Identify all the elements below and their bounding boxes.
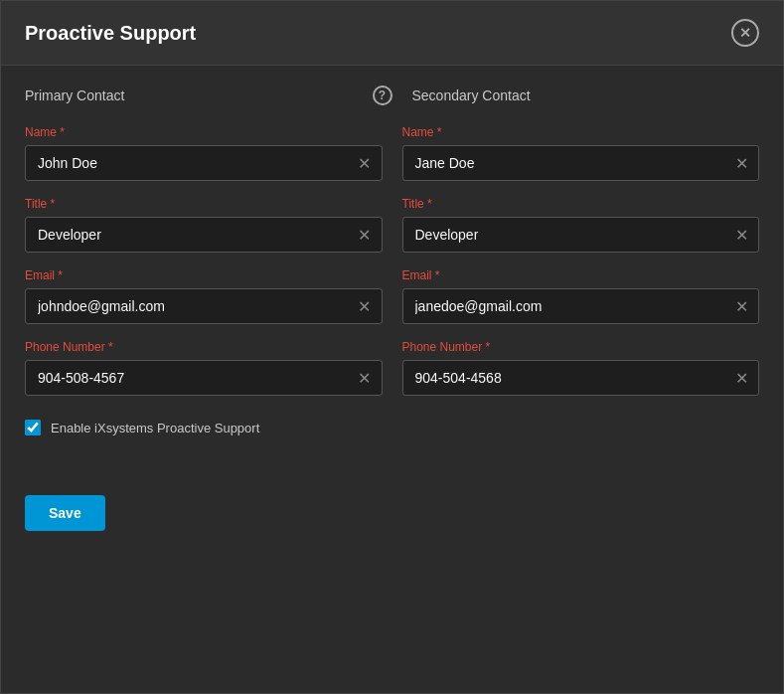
secondary-phone-input-wrapper: ✕ — [402, 360, 760, 396]
primary-contact-column: Name * ✕ Title * ✕ — [25, 125, 383, 396]
secondary-email-group: Email * ✕ — [402, 268, 760, 324]
secondary-name-group: Name * ✕ — [402, 125, 760, 181]
secondary-name-input[interactable] — [402, 145, 760, 181]
primary-name-clear[interactable]: ✕ — [355, 153, 375, 173]
primary-name-label: Name * — [25, 125, 383, 139]
enable-proactive-support-checkbox[interactable] — [25, 420, 41, 435]
primary-name-input[interactable] — [25, 145, 383, 181]
close-button[interactable]: ✕ — [731, 19, 759, 47]
proactive-support-modal: Proactive Support ✕ Primary Contact ? Se… — [0, 0, 784, 694]
primary-phone-label: Phone Number * — [25, 340, 383, 354]
secondary-title-input[interactable] — [402, 217, 760, 253]
primary-email-input[interactable] — [25, 288, 383, 324]
primary-phone-clear[interactable]: ✕ — [355, 368, 375, 388]
secondary-title-group: Title * ✕ — [402, 197, 760, 253]
modal-footer: Save — [1, 475, 783, 551]
primary-phone-group: Phone Number * ✕ — [25, 340, 383, 396]
primary-title-group: Title * ✕ — [25, 197, 383, 253]
secondary-contact-label: Secondary Contact — [412, 87, 760, 103]
secondary-name-label: Name * — [402, 125, 760, 139]
enable-proactive-support-label: Enable iXsystems Proactive Support — [51, 421, 259, 435]
secondary-email-clear[interactable]: ✕ — [731, 296, 751, 316]
section-headers: Primary Contact ? Secondary Contact — [25, 86, 759, 105]
primary-title-label: Title * — [25, 197, 383, 211]
primary-name-group: Name * ✕ — [25, 125, 383, 181]
form-columns: Name * ✕ Title * ✕ — [25, 125, 759, 396]
secondary-phone-label: Phone Number * — [402, 340, 760, 354]
secondary-phone-input[interactable] — [402, 360, 760, 396]
primary-email-group: Email * ✕ — [25, 268, 383, 324]
secondary-title-label: Title * — [402, 197, 760, 211]
primary-phone-input[interactable] — [25, 360, 383, 396]
primary-contact-label: Primary Contact — [25, 87, 373, 103]
primary-email-label: Email * — [25, 268, 383, 282]
primary-title-clear[interactable]: ✕ — [355, 225, 375, 245]
save-button[interactable]: Save — [25, 495, 105, 531]
secondary-title-clear[interactable]: ✕ — [731, 225, 751, 245]
secondary-phone-group: Phone Number * ✕ — [402, 340, 760, 396]
primary-name-input-wrapper: ✕ — [25, 145, 383, 181]
modal-body: Primary Contact ? Secondary Contact Name… — [1, 66, 783, 465]
secondary-email-input[interactable] — [402, 288, 760, 324]
primary-phone-input-wrapper: ✕ — [25, 360, 383, 396]
primary-email-clear[interactable]: ✕ — [355, 296, 375, 316]
secondary-name-input-wrapper: ✕ — [402, 145, 760, 181]
checkbox-row: Enable iXsystems Proactive Support — [25, 420, 759, 435]
primary-title-input-wrapper: ✕ — [25, 217, 383, 253]
secondary-phone-clear[interactable]: ✕ — [731, 368, 751, 388]
help-icon[interactable]: ? — [373, 86, 392, 105]
secondary-email-input-wrapper: ✕ — [402, 288, 760, 324]
primary-email-input-wrapper: ✕ — [25, 288, 383, 324]
modal-header: Proactive Support ✕ — [1, 1, 783, 66]
secondary-name-clear[interactable]: ✕ — [731, 153, 751, 173]
secondary-contact-column: Name * ✕ Title * ✕ — [402, 125, 760, 396]
primary-title-input[interactable] — [25, 217, 383, 253]
secondary-title-input-wrapper: ✕ — [402, 217, 760, 253]
modal-title: Proactive Support — [25, 22, 196, 45]
secondary-email-label: Email * — [402, 268, 760, 282]
